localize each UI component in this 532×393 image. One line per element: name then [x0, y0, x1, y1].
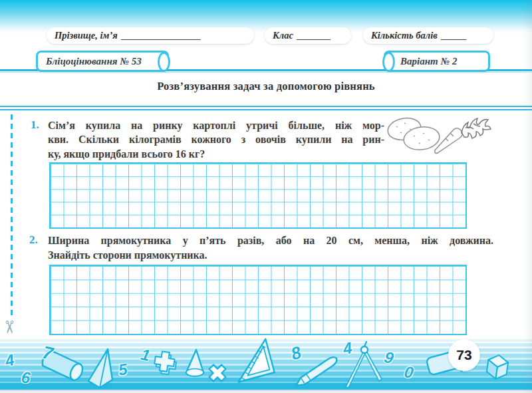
cross-3d-icon	[153, 350, 177, 375]
problem-1-line: кви. Скільки кілограмів кожного з овочів…	[48, 132, 384, 146]
multiply-icon	[205, 361, 230, 386]
variant-label: Варіант № 2	[400, 56, 457, 67]
quiz-title-tab: Бліцоцінювання № 53	[36, 51, 169, 72]
vegetables-illustration	[384, 113, 494, 160]
class-blank-line: ________	[297, 30, 331, 41]
problem-2-text: Ширина прямокутника у п’ять разів, або н…	[48, 233, 493, 262]
score-field: Кількість балів ______	[363, 27, 493, 44]
class-label: Клас	[273, 30, 293, 41]
name-field: Прізвище, ім’я ___________________	[47, 27, 254, 44]
problem-1-line: ку, якщо придбали всього 16 кг?	[48, 147, 384, 161]
name-label: Прізвище, ім’я	[55, 30, 118, 41]
potato-icon	[386, 116, 442, 152]
answer-grid-1	[49, 162, 467, 229]
page-number-badge: 73	[448, 339, 480, 371]
cut-dashed-line	[11, 114, 13, 315]
tab-end-cap	[158, 52, 170, 72]
problem-1-number: 1.	[31, 118, 39, 132]
set-square-icon	[229, 339, 275, 382]
problem-2-line: Ширина прямокутника у п’ять разів, або н…	[48, 233, 493, 248]
problem-2-number: 2.	[29, 233, 38, 247]
page-number: 73	[456, 347, 471, 363]
name-blank-line: ___________________	[122, 30, 201, 41]
answer-grid-2	[49, 265, 467, 335]
tab-end-cap	[382, 52, 395, 72]
footer-decoration-band: 4 6 7 5 1 8 4 9 0 73	[0, 338, 532, 393]
problem-2-line: Знайдіть сторони прямокутника.	[48, 248, 493, 263]
carrot-icon	[435, 118, 491, 154]
scissors-icon: ✂	[0, 320, 19, 334]
page-edge-shade	[523, 0, 532, 393]
problem-1-text: Сім’я купила на ринку картоплі утричі бі…	[48, 118, 384, 161]
section-double-rule	[0, 106, 532, 110]
class-field: Клас ________	[265, 27, 351, 44]
problem-1-line: Сім’я купила на ринку картоплі утричі бі…	[48, 118, 384, 132]
variant-tab: Варіант № 2	[384, 51, 490, 72]
cone-icon	[186, 350, 203, 376]
cube-icon	[486, 354, 509, 380]
score-label: Кількість балів	[371, 30, 438, 41]
quiz-title-label: Бліцоцінювання № 53	[46, 56, 142, 67]
banner-rule-shadow	[0, 72, 532, 72]
page-title: Розв’язування задач за допомогою рівнянь	[0, 80, 532, 93]
pyramid-icon	[88, 349, 112, 388]
worksheet-page: Прізвище, ім’я ___________________ Клас …	[0, 0, 532, 393]
score-blank-line: ______	[442, 30, 467, 41]
